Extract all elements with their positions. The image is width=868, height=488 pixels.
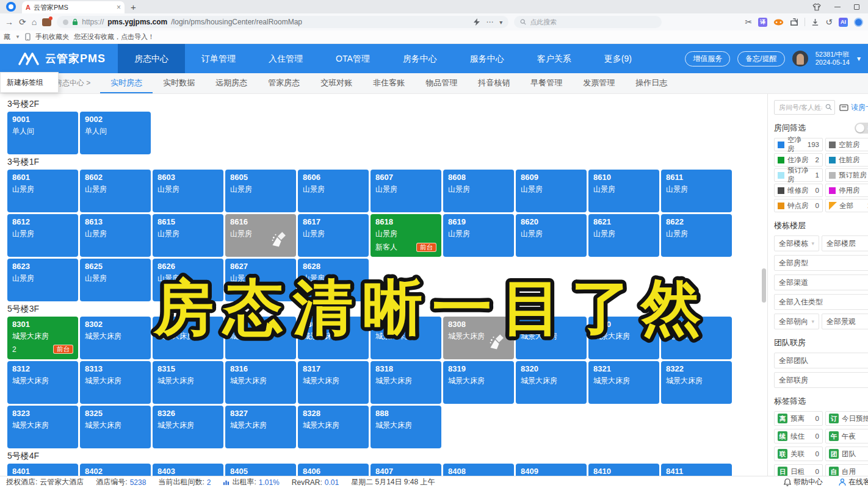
room-tile-8322[interactable]: 8322城景大床房: [661, 361, 732, 404]
dropdown-全部联房[interactable]: 全部联房▾: [774, 372, 868, 388]
site-info-icon[interactable]: [63, 20, 68, 25]
room-tile-8627[interactable]: 8627山景房: [225, 259, 296, 301]
tab-close-icon[interactable]: ×: [117, 3, 121, 12]
legend-item[interactable]: 钟点房0: [774, 199, 823, 212]
tag-filter-日租[interactable]: 日日租0: [774, 464, 823, 476]
room-tile-8617[interactable]: 8617山景房: [298, 214, 369, 257]
bookmarks-hint[interactable]: 您还没有收藏，点击导入！: [74, 32, 154, 41]
nav-item-OTA管理[interactable]: OTA管理: [319, 44, 386, 73]
room-tile-8606[interactable]: 8606山景房: [298, 170, 369, 212]
room-tile-8301[interactable]: 8301城景大床房2前台: [7, 317, 78, 359]
room-tile-8607[interactable]: 8607山景房: [371, 170, 441, 212]
room-tile-8313[interactable]: 8313城景大床房: [80, 361, 151, 404]
mobile-favorites-label[interactable]: 手机收藏夹: [35, 32, 69, 41]
room-tile-8605[interactable]: 8605山景房: [225, 170, 296, 212]
room-tile-8602[interactable]: 8602山景房: [80, 170, 151, 212]
legend-item[interactable]: 维修房0: [774, 184, 823, 197]
browser-logo-icon[interactable]: [6, 2, 16, 12]
room-tile-8411[interactable]: 8411城景大床房: [661, 464, 732, 476]
tab-物品管理[interactable]: 物品管理: [415, 73, 468, 93]
dropdown-全部楼层[interactable]: 全部楼层▾: [822, 235, 868, 251]
legend-item[interactable]: 住净房2: [774, 153, 823, 167]
dropdown-全部楼栋[interactable]: 全部楼栋▾: [774, 235, 819, 251]
legend-item[interactable]: 全部196: [825, 199, 868, 212]
room-tile-8302[interactable]: 8302城景大床房: [80, 317, 151, 359]
puzzle-extensions-icon[interactable]: [790, 18, 798, 26]
room-tile-8320[interactable]: 8320城景大床房: [516, 361, 587, 404]
room-tile-8623[interactable]: 8623山景房: [7, 259, 78, 301]
room-tile-8309[interactable]: 8309城景大床房: [516, 317, 587, 359]
translate-extension-icon[interactable]: 译: [758, 18, 767, 27]
room-tile-8621[interactable]: 8621山景房: [588, 214, 659, 257]
dropdown-全部景观[interactable]: 全部景观▾: [822, 314, 868, 329]
nav-item-入住管理[interactable]: 入住管理: [252, 44, 319, 73]
new-tab-button[interactable]: +: [131, 2, 136, 12]
room-tile-8610[interactable]: 8610山景房: [588, 170, 659, 212]
room-tile-8409[interactable]: 8409城景大床房: [516, 464, 587, 476]
room-tile-8626[interactable]: 8626山景房: [153, 259, 223, 301]
bookmarks-caret-icon[interactable]: ▼: [15, 34, 20, 40]
room-tile-8609[interactable]: 8609山景房: [516, 170, 587, 212]
new-tab-group-menu-item[interactable]: 新建标签组: [0, 72, 59, 93]
room-tile-8618[interactable]: 8618山景房新客人前台: [371, 214, 441, 257]
room-tile-8303[interactable]: 8303城景大床房: [153, 317, 223, 359]
download-icon[interactable]: [811, 18, 819, 26]
room-tile-9001[interactable]: 9001单人间: [7, 112, 78, 154]
more-options-icon[interactable]: ⋯: [486, 18, 493, 26]
window-restore-button[interactable]: [854, 4, 859, 10]
room-tile-8406[interactable]: 8406城景大床房: [298, 464, 369, 476]
room-tile-8616[interactable]: 8616山景房: [225, 214, 296, 257]
tab-抖音核销[interactable]: 抖音核销: [468, 73, 520, 93]
tab-管家房态[interactable]: 管家房态: [258, 73, 310, 93]
legend-item[interactable]: 空净房193: [774, 138, 823, 151]
room-tile-8401[interactable]: 8401城景大床房: [7, 464, 78, 476]
room-tile-9002[interactable]: 9002单人间: [80, 112, 151, 154]
tag-filter-关联[interactable]: 联关联0: [774, 447, 823, 461]
room-tile-8319[interactable]: 8319城景大床房: [443, 361, 514, 404]
room-tile-8625[interactable]: 8625山景房: [80, 259, 151, 301]
room-tile-8327[interactable]: 8327城景大床房: [225, 406, 296, 448]
room-tile-8316[interactable]: 8316城景大床房: [225, 361, 296, 404]
dropdown-全部朝向[interactable]: 全部朝向▾: [774, 314, 819, 329]
dropdown-全部入住类型[interactable]: 全部入住类型▾: [774, 294, 868, 310]
dropdown-全部房型[interactable]: 全部房型▾: [774, 255, 868, 271]
browser-account-icon[interactable]: [854, 18, 863, 27]
nav-item-房务中心[interactable]: 房务中心: [386, 44, 454, 73]
tag-filter-午夜[interactable]: 午午夜: [825, 429, 868, 443]
tab-操作日志[interactable]: 操作日志: [625, 73, 678, 93]
tab-实时房态[interactable]: 实时房态: [100, 73, 153, 93]
room-tile-8326[interactable]: 8326城景大床房: [153, 406, 223, 448]
room-tile-8615[interactable]: 8615山景房: [153, 214, 223, 257]
room-tile-8601[interactable]: 8601山景房: [7, 170, 78, 212]
room-tile-8403[interactable]: 8403城景大床房: [153, 464, 223, 476]
room-tile-888[interactable]: 888城景大床房: [371, 406, 441, 448]
room-tile-8317[interactable]: 8317城景大床房: [298, 361, 369, 404]
tab-非住客账[interactable]: 非住客账: [363, 73, 415, 93]
bookmarks-cut-label[interactable]: 藏: [4, 32, 10, 41]
user-avatar[interactable]: [792, 51, 808, 66]
value-added-services-button[interactable]: 增值服务: [685, 51, 730, 66]
room-tile-8402[interactable]: 8402城景大床房: [80, 464, 151, 476]
room-tile-8612[interactable]: 8612山景房: [7, 214, 78, 257]
game-extension-icon[interactable]: [773, 18, 784, 26]
nav-item-订单管理[interactable]: 订单管理: [185, 44, 252, 73]
nav-item-客户关系[interactable]: 客户关系: [521, 44, 588, 73]
room-tile-8318[interactable]: 8318城景大床房: [371, 361, 441, 404]
room-tile-8628[interactable]: 8628山景房: [298, 259, 369, 301]
room-tile-8603[interactable]: 8603山景房: [153, 170, 223, 212]
room-tile-8325[interactable]: 8325城景大床房: [80, 406, 151, 448]
scissors-extension-icon[interactable]: ✂: [745, 18, 753, 26]
tab-实时数据[interactable]: 实时数据: [153, 73, 205, 93]
user-menu-chevron-icon[interactable]: ▾: [857, 54, 861, 63]
read-room-card-button[interactable]: 读房卡: [839, 102, 868, 113]
tag-filter-团队[interactable]: 团团队: [825, 447, 868, 461]
theme-shirt-icon[interactable]: [812, 3, 821, 11]
nav-item-服务中心[interactable]: 服务中心: [454, 44, 521, 73]
room-tile-8608[interactable]: 8608山景房: [443, 170, 514, 212]
room-tile-8312[interactable]: 8312城景大床房: [7, 361, 78, 404]
legend-item[interactable]: 预订脏房: [825, 168, 868, 182]
help-center-link[interactable]: 帮助中心: [784, 477, 823, 487]
dropdown-全部团队[interactable]: 全部团队▾: [774, 353, 868, 368]
forward-icon[interactable]: →: [5, 18, 13, 26]
room-tile-8305[interactable]: 8305城景大床房: [225, 317, 296, 359]
